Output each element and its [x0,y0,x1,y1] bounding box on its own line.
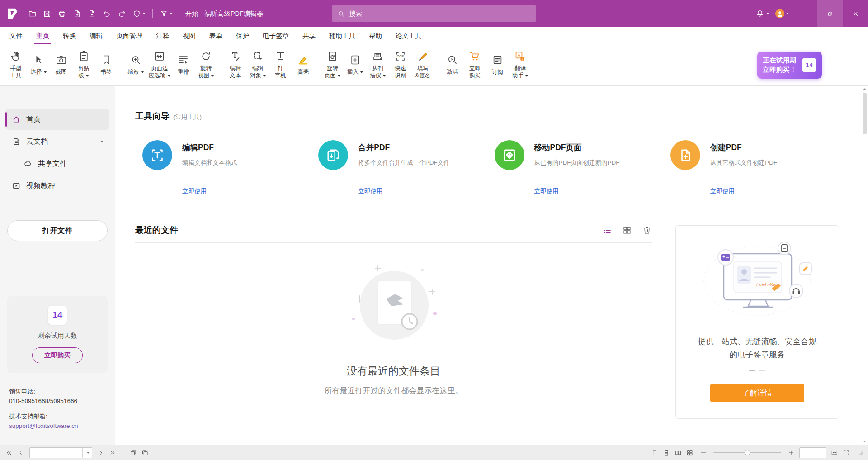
zoom-input[interactable] [800,448,826,458]
page-list-button[interactable] [82,448,92,458]
chevron-down-icon [263,75,266,77]
fit-width-button[interactable] [829,447,840,458]
trial-buy-banner[interactable]: 正在试用期 立即购买！ 14 [757,51,822,78]
ribbon-select[interactable]: 选择 [27,52,50,78]
export-pdf-button[interactable] [70,7,84,20]
ribbon-quick-ocr-label: 快速识别 [395,65,406,79]
import-doc-button[interactable] [85,7,99,20]
list-view-button[interactable] [602,225,612,235]
next-page-button[interactable] [95,447,106,458]
ribbon-fill-sign[interactable]: 填写&签名 [412,48,434,81]
ocr-icon: OCR [394,50,406,62]
ribbon-edit-object[interactable]: 编辑对象 [247,48,269,81]
learn-more-button[interactable]: 了解详情 [710,384,804,402]
ribbon-buy-now[interactable]: 立即购买 [464,48,486,81]
page-number-input[interactable] [30,448,82,458]
fullscreen-button[interactable] [841,447,852,458]
menu-view[interactable]: 视图 [176,27,203,44]
folder-open-button[interactable] [25,7,39,20]
ribbon-edit-text[interactable]: 编辑文本 [224,48,247,81]
zoom-slider-thumb[interactable] [745,450,750,455]
resize-grip-icon[interactable] [856,449,864,457]
search-box[interactable] [332,5,536,22]
undo-button[interactable] [100,7,114,20]
scrollbar-thumb[interactable] [863,93,867,134]
redo-button[interactable] [115,7,129,20]
menu-paper-tools[interactable]: 论文工具 [389,27,429,44]
sidebar-item-cloud-docs[interactable]: 云文档 [5,131,109,152]
ribbon-bookmark[interactable]: 书签 [95,52,118,78]
ribbon-from-scanner[interactable]: 从扫描仪 [367,48,389,81]
use-now-link[interactable]: 立即使用 [358,187,382,195]
shield-button[interactable] [130,7,148,20]
ribbon-clipboard[interactable]: 剪贴板 [72,48,95,81]
ribbon-typewriter[interactable]: 打字机 [269,48,292,81]
ribbon-reflow[interactable]: 重排 [172,52,195,78]
menu-home[interactable]: 主页 [29,27,56,44]
scroll-up-icon[interactable] [862,86,867,91]
ribbon-insert[interactable]: 插入 [344,52,367,78]
ribbon-zoom[interactable]: 缩放 [124,52,147,78]
next-view-button[interactable] [140,447,151,458]
zoom-out-button[interactable] [698,447,709,458]
close-button[interactable] [843,0,868,27]
support-email-link[interactable]: support@foxitsoftware.cn [9,421,106,431]
funnel-button[interactable] [157,7,175,20]
clear-recent-button[interactable] [642,225,652,235]
menu-file[interactable]: 文件 [3,27,29,44]
ribbon-page-fit-options[interactable]: 页面适应选项 [147,48,172,81]
menu-protect[interactable]: 保护 [229,27,256,44]
use-now-link[interactable]: 立即使用 [182,187,207,195]
sidebar-item-shared-files[interactable]: 共享文件 [17,153,109,174]
use-now-link[interactable]: 立即使用 [534,187,559,195]
prev-page-button[interactable] [15,447,26,458]
ribbon-hand-tool[interactable]: 手型工具 [5,48,27,81]
menu-share[interactable]: 共享 [296,27,322,44]
facing-continuous-button[interactable] [684,447,695,458]
ribbon-translate-assistant[interactable]: A文翻译助手 [509,48,532,81]
notifications-button[interactable] [752,6,772,21]
ribbon-snapshot[interactable]: 截图 [50,52,72,78]
prev-view-button[interactable] [128,447,139,458]
chevron-down-icon[interactable] [100,141,103,142]
first-page-button[interactable] [4,447,14,458]
continuous-button[interactable] [661,447,672,458]
content-scrollbar[interactable] [862,86,868,445]
minimize-button[interactable] [792,0,817,27]
menu-page-manage[interactable]: 页面管理 [109,27,149,44]
use-now-link[interactable]: 立即使用 [710,187,735,195]
menu-convert[interactable]: 转换 [56,27,83,44]
ribbon-rotate-pages[interactable]: 旋转页面 [321,48,344,81]
menu-edit[interactable]: 编辑 [83,27,109,44]
search-input[interactable] [349,10,531,17]
ribbon-highlight[interactable]: 高亮 [292,52,315,78]
menu-form[interactable]: 表单 [203,27,229,44]
ribbon-activate[interactable]: 激活 [441,52,464,78]
last-page-button[interactable] [107,447,118,458]
sidebar-item-video-tutorials[interactable]: 视频教程 [5,175,109,196]
save-button[interactable] [40,7,54,20]
ribbon-quick-ocr[interactable]: OCR快速识别 [389,48,412,81]
zoom-slider[interactable] [713,448,781,457]
zoom-value-box[interactable] [799,447,826,458]
ribbon-rotate-view[interactable]: 旋转视图 [195,48,217,81]
restore-button[interactable] [817,0,843,27]
ribbon-subscribe[interactable]: 订阅 [486,52,509,78]
carousel-dots[interactable] [749,370,765,371]
sidebar-item-home[interactable]: 首页 [5,109,109,130]
print-button[interactable] [55,7,69,20]
open-file-button[interactable]: 打开文件 [7,220,108,241]
bookmark-icon [100,54,113,66]
grid-view-button[interactable] [622,225,632,235]
zoom-in-button[interactable] [786,447,797,458]
buy-now-button[interactable]: 立即购买 [32,347,83,363]
facing-button[interactable] [673,447,684,458]
single-page-button[interactable] [649,447,660,458]
page-number-box[interactable] [29,447,92,458]
menu-esign[interactable]: 电子签章 [256,27,296,44]
menu-comment[interactable]: 注释 [149,27,176,44]
menu-help[interactable]: 帮助 [362,27,389,44]
account-button[interactable] [772,6,792,21]
menu-accessibility[interactable]: 辅助工具 [322,27,362,44]
scroll-down-icon[interactable] [862,439,867,444]
